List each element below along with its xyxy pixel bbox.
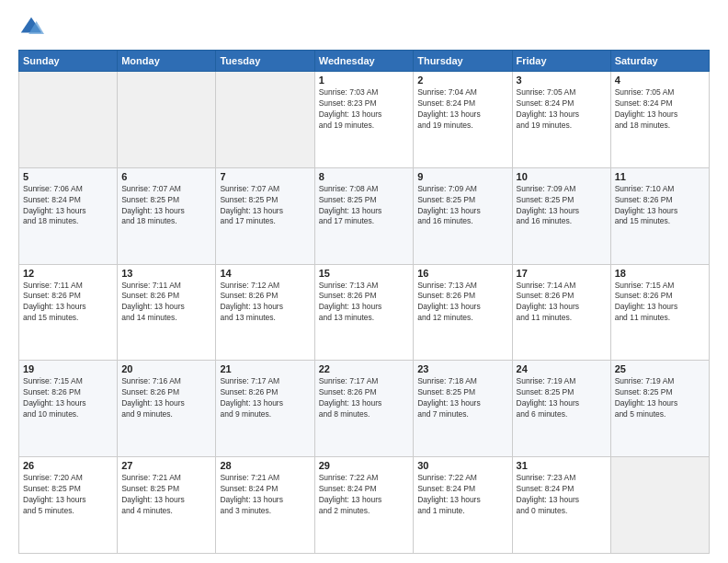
weekday-header-tuesday: Tuesday bbox=[216, 51, 314, 72]
day-number: 10 bbox=[517, 171, 607, 182]
day-cell: 13Sunrise: 7:11 AM Sunset: 8:26 PM Dayli… bbox=[118, 264, 216, 361]
day-number: 4 bbox=[615, 75, 705, 86]
day-cell: 19Sunrise: 7:15 AM Sunset: 8:26 PM Dayli… bbox=[19, 361, 118, 457]
day-info: Sunrise: 7:09 AM Sunset: 8:25 PM Dayligh… bbox=[517, 184, 607, 228]
day-cell: 20Sunrise: 7:16 AM Sunset: 8:26 PM Dayli… bbox=[118, 361, 216, 457]
day-number: 28 bbox=[220, 460, 310, 471]
day-cell: 1Sunrise: 7:03 AM Sunset: 8:23 PM Daylig… bbox=[314, 72, 413, 168]
weekday-header-saturday: Saturday bbox=[610, 51, 709, 72]
day-info: Sunrise: 7:16 AM Sunset: 8:26 PM Dayligh… bbox=[121, 376, 211, 420]
day-cell: 6Sunrise: 7:07 AM Sunset: 8:25 PM Daylig… bbox=[118, 167, 216, 264]
weekday-header-row: SundayMondayTuesdayWednesdayThursdayFrid… bbox=[19, 51, 710, 72]
week-row-3: 12Sunrise: 7:11 AM Sunset: 8:26 PM Dayli… bbox=[19, 264, 710, 361]
day-cell: 4Sunrise: 7:05 AM Sunset: 8:24 PM Daylig… bbox=[610, 72, 709, 168]
day-number: 29 bbox=[319, 460, 409, 471]
day-number: 8 bbox=[319, 171, 409, 182]
day-cell: 5Sunrise: 7:06 AM Sunset: 8:24 PM Daylig… bbox=[19, 167, 118, 264]
day-info: Sunrise: 7:18 AM Sunset: 8:25 PM Dayligh… bbox=[417, 376, 507, 420]
day-cell: 9Sunrise: 7:09 AM Sunset: 8:25 PM Daylig… bbox=[414, 167, 512, 264]
logo-icon bbox=[18, 15, 44, 40]
day-cell: 3Sunrise: 7:05 AM Sunset: 8:24 PM Daylig… bbox=[512, 72, 610, 168]
day-number: 3 bbox=[517, 75, 607, 86]
day-cell bbox=[216, 72, 314, 168]
day-info: Sunrise: 7:04 AM Sunset: 8:24 PM Dayligh… bbox=[417, 87, 507, 132]
day-info: Sunrise: 7:09 AM Sunset: 8:25 PM Dayligh… bbox=[417, 184, 507, 228]
week-row-1: 1Sunrise: 7:03 AM Sunset: 8:23 PM Daylig… bbox=[19, 72, 710, 168]
day-number: 21 bbox=[220, 363, 310, 374]
day-number: 19 bbox=[23, 363, 113, 374]
weekday-header-sunday: Sunday bbox=[19, 51, 118, 72]
week-row-2: 5Sunrise: 7:06 AM Sunset: 8:24 PM Daylig… bbox=[19, 167, 710, 264]
day-cell: 18Sunrise: 7:15 AM Sunset: 8:26 PM Dayli… bbox=[610, 264, 709, 361]
day-number: 31 bbox=[517, 460, 607, 471]
day-number: 18 bbox=[615, 268, 705, 279]
day-info: Sunrise: 7:06 AM Sunset: 8:24 PM Dayligh… bbox=[23, 184, 113, 228]
day-info: Sunrise: 7:20 AM Sunset: 8:25 PM Dayligh… bbox=[23, 473, 113, 517]
day-info: Sunrise: 7:05 AM Sunset: 8:24 PM Dayligh… bbox=[615, 87, 705, 132]
day-number: 2 bbox=[417, 75, 507, 86]
day-number: 25 bbox=[615, 363, 705, 374]
day-info: Sunrise: 7:07 AM Sunset: 8:25 PM Dayligh… bbox=[121, 184, 211, 228]
calendar: SundayMondayTuesdayWednesdayThursdayFrid… bbox=[18, 50, 710, 554]
day-cell: 11Sunrise: 7:10 AM Sunset: 8:26 PM Dayli… bbox=[610, 167, 709, 264]
day-cell: 12Sunrise: 7:11 AM Sunset: 8:26 PM Dayli… bbox=[19, 264, 118, 361]
day-number: 26 bbox=[23, 460, 113, 471]
day-cell: 21Sunrise: 7:17 AM Sunset: 8:26 PM Dayli… bbox=[216, 361, 314, 457]
weekday-header-monday: Monday bbox=[118, 51, 216, 72]
day-number: 6 bbox=[121, 171, 211, 182]
day-info: Sunrise: 7:17 AM Sunset: 8:26 PM Dayligh… bbox=[319, 376, 409, 420]
day-info: Sunrise: 7:19 AM Sunset: 8:25 PM Dayligh… bbox=[615, 376, 705, 420]
day-cell bbox=[118, 72, 216, 168]
day-number: 11 bbox=[615, 171, 705, 182]
day-info: Sunrise: 7:07 AM Sunset: 8:25 PM Dayligh… bbox=[220, 184, 310, 228]
day-cell: 25Sunrise: 7:19 AM Sunset: 8:25 PM Dayli… bbox=[610, 361, 709, 457]
day-cell: 14Sunrise: 7:12 AM Sunset: 8:26 PM Dayli… bbox=[216, 264, 314, 361]
day-info: Sunrise: 7:03 AM Sunset: 8:23 PM Dayligh… bbox=[319, 87, 409, 132]
day-number: 5 bbox=[23, 171, 113, 182]
day-cell: 10Sunrise: 7:09 AM Sunset: 8:25 PM Dayli… bbox=[512, 167, 610, 264]
day-number: 7 bbox=[220, 171, 310, 182]
day-cell bbox=[610, 457, 709, 554]
day-cell: 27Sunrise: 7:21 AM Sunset: 8:25 PM Dayli… bbox=[118, 457, 216, 554]
day-number: 9 bbox=[417, 171, 507, 182]
day-info: Sunrise: 7:15 AM Sunset: 8:26 PM Dayligh… bbox=[23, 376, 113, 420]
day-info: Sunrise: 7:11 AM Sunset: 8:26 PM Dayligh… bbox=[23, 281, 113, 325]
day-cell: 24Sunrise: 7:19 AM Sunset: 8:25 PM Dayli… bbox=[512, 361, 610, 457]
logo bbox=[18, 15, 48, 40]
day-number: 20 bbox=[121, 363, 211, 374]
day-number: 27 bbox=[121, 460, 211, 471]
day-cell: 15Sunrise: 7:13 AM Sunset: 8:26 PM Dayli… bbox=[314, 264, 413, 361]
day-number: 14 bbox=[220, 268, 310, 279]
day-cell: 8Sunrise: 7:08 AM Sunset: 8:25 PM Daylig… bbox=[314, 167, 413, 264]
page: SundayMondayTuesdayWednesdayThursdayFrid… bbox=[0, 0, 728, 563]
day-number: 24 bbox=[517, 363, 607, 374]
day-number: 1 bbox=[319, 75, 409, 86]
weekday-header-friday: Friday bbox=[512, 51, 610, 72]
day-cell: 22Sunrise: 7:17 AM Sunset: 8:26 PM Dayli… bbox=[314, 361, 413, 457]
day-info: Sunrise: 7:15 AM Sunset: 8:26 PM Dayligh… bbox=[615, 281, 705, 325]
day-cell: 17Sunrise: 7:14 AM Sunset: 8:26 PM Dayli… bbox=[512, 264, 610, 361]
day-cell: 23Sunrise: 7:18 AM Sunset: 8:25 PM Dayli… bbox=[414, 361, 512, 457]
day-info: Sunrise: 7:13 AM Sunset: 8:26 PM Dayligh… bbox=[319, 281, 409, 325]
day-cell: 26Sunrise: 7:20 AM Sunset: 8:25 PM Dayli… bbox=[19, 457, 118, 554]
day-info: Sunrise: 7:05 AM Sunset: 8:24 PM Dayligh… bbox=[517, 87, 607, 132]
day-number: 15 bbox=[319, 268, 409, 279]
day-cell: 31Sunrise: 7:23 AM Sunset: 8:24 PM Dayli… bbox=[512, 457, 610, 554]
day-cell: 7Sunrise: 7:07 AM Sunset: 8:25 PM Daylig… bbox=[216, 167, 314, 264]
day-number: 12 bbox=[23, 268, 113, 279]
day-info: Sunrise: 7:21 AM Sunset: 8:24 PM Dayligh… bbox=[220, 473, 310, 517]
day-info: Sunrise: 7:10 AM Sunset: 8:26 PM Dayligh… bbox=[615, 184, 705, 228]
day-info: Sunrise: 7:23 AM Sunset: 8:24 PM Dayligh… bbox=[517, 473, 607, 517]
day-info: Sunrise: 7:17 AM Sunset: 8:26 PM Dayligh… bbox=[220, 376, 310, 420]
day-info: Sunrise: 7:11 AM Sunset: 8:26 PM Dayligh… bbox=[121, 281, 211, 325]
day-number: 23 bbox=[417, 363, 507, 374]
day-cell: 29Sunrise: 7:22 AM Sunset: 8:24 PM Dayli… bbox=[314, 457, 413, 554]
weekday-header-thursday: Thursday bbox=[414, 51, 512, 72]
day-number: 13 bbox=[121, 268, 211, 279]
day-info: Sunrise: 7:14 AM Sunset: 8:26 PM Dayligh… bbox=[517, 281, 607, 325]
day-cell: 30Sunrise: 7:22 AM Sunset: 8:24 PM Dayli… bbox=[414, 457, 512, 554]
header bbox=[18, 15, 710, 40]
day-info: Sunrise: 7:08 AM Sunset: 8:25 PM Dayligh… bbox=[319, 184, 409, 228]
day-number: 30 bbox=[417, 460, 507, 471]
day-cell: 16Sunrise: 7:13 AM Sunset: 8:26 PM Dayli… bbox=[414, 264, 512, 361]
